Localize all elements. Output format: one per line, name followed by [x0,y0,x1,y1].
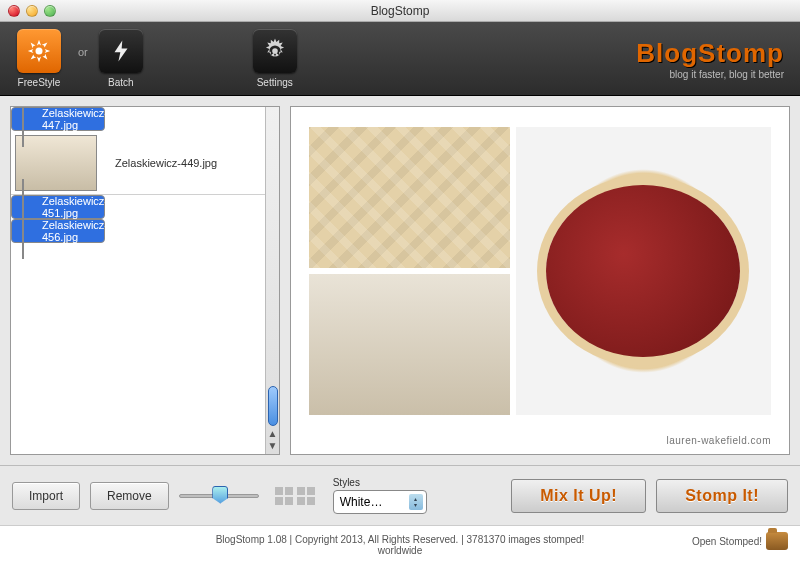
mix-it-up-button[interactable]: Mix It Up! [511,479,646,513]
file-name: Zelaskiewicz-456.jpg [42,219,108,243]
list-item[interactable]: Zelaskiewicz-451.jpg [11,195,105,219]
freestyle-icon [17,29,61,73]
status-bar: BlogStomp 1.08 | Copyright 2013, All Rig… [0,526,800,564]
open-stomped-button[interactable]: Open Stomped! [692,532,788,550]
open-stomped-label: Open Stomped! [692,536,762,547]
svg-marker-1 [114,41,127,62]
import-button[interactable]: Import [12,482,80,510]
thumbnail-image [15,135,97,191]
settings-label: Settings [257,77,293,88]
main-toolbar: FreeStyle or Batch Settings BlogStomp bl… [0,22,800,96]
freestyle-label: FreeStyle [18,77,61,88]
file-name: Zelaskiewicz-449.jpg [115,157,217,169]
preview-image-1 [309,127,510,268]
brand-tagline: blog it faster, blog it better [636,69,784,80]
styles-select[interactable]: White… ▴▾ [333,490,427,514]
batch-label: Batch [108,77,134,88]
batch-icon [99,29,143,73]
settings-button[interactable]: Settings [246,29,304,88]
list-item[interactable]: Zelaskiewicz-447.jpg [11,107,105,131]
app-logo: BlogStomp blog it faster, blog it better [636,38,790,80]
small-grid-icon[interactable] [275,487,293,505]
sidebar-scrollbar[interactable]: ▲ ▼ [265,107,279,454]
bottom-toolbar: Import Remove Styles White… ▴▾ Mix It Up… [0,466,800,526]
folder-icon [766,532,788,550]
content-area: Zelaskiewicz-447.jpgZelaskiewicz-449.jpg… [0,96,800,466]
thumbnail-image [22,107,24,147]
styles-selected-value: White… [340,495,383,509]
window-title: BlogStomp [0,4,800,18]
settings-icon [253,29,297,73]
remove-button[interactable]: Remove [90,482,169,510]
large-grid-icon[interactable] [297,487,315,505]
thumbnail-size-slider[interactable] [179,486,259,506]
toolbar-or-text: or [78,46,88,58]
chevron-updown-icon: ▴▾ [409,494,423,510]
thumbnail-image [22,203,24,259]
thumbnail-list: Zelaskiewicz-447.jpgZelaskiewicz-449.jpg… [11,107,265,454]
styles-label: Styles [333,477,427,488]
status-line-2: worldwide [216,545,585,556]
slider-knob[interactable] [212,486,228,504]
collage-preview [309,127,771,415]
scroll-up-icon[interactable]: ▲ [267,428,279,440]
preview-image-3 [516,127,771,415]
window-titlebar: BlogStomp [0,0,800,22]
preview-panel: lauren-wakefield.com [290,106,790,455]
freestyle-button[interactable]: FreeStyle [10,29,68,88]
status-line-1: BlogStomp 1.08 | Copyright 2013, All Rig… [216,534,585,545]
batch-button[interactable]: Batch [92,29,150,88]
list-item[interactable]: Zelaskiewicz-449.jpg [11,131,265,195]
scroll-down-icon[interactable]: ▼ [267,440,279,452]
file-name: Zelaskiewicz-447.jpg [42,107,108,131]
thumbnail-sidebar: Zelaskiewicz-447.jpgZelaskiewicz-449.jpg… [10,106,280,455]
list-item[interactable]: Zelaskiewicz-456.jpg [11,219,105,243]
file-name: Zelaskiewicz-451.jpg [42,195,108,219]
watermark-text: lauren-wakefield.com [309,435,771,446]
preview-image-2 [309,274,510,415]
svg-point-0 [36,48,43,55]
stomp-it-button[interactable]: Stomp It! [656,479,788,513]
brand-text: BlogStomp [636,38,784,69]
scrollbar-handle[interactable] [268,386,278,426]
